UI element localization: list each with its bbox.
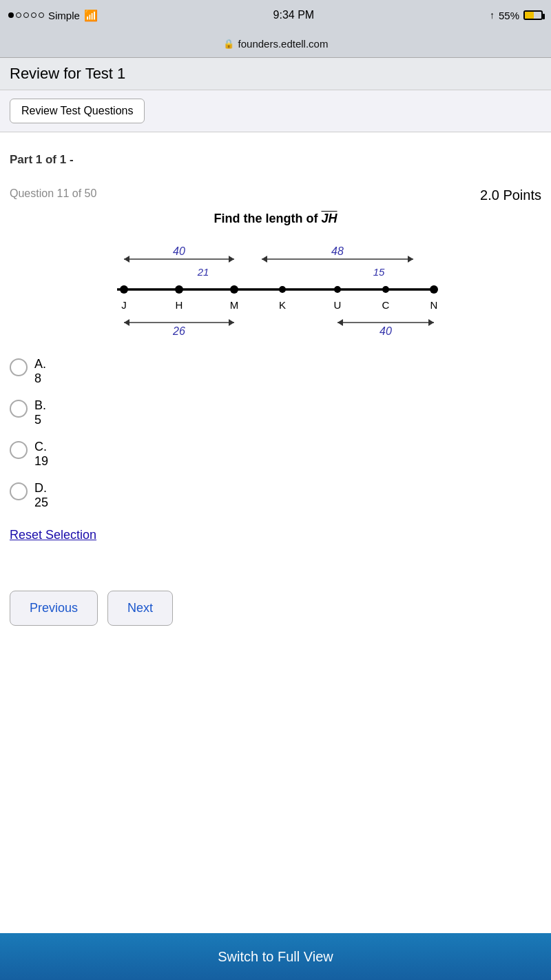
choice-c-label: C.	[34, 440, 48, 454]
question-text-prefix: Find the length of	[214, 212, 322, 225]
radio-b[interactable]	[10, 400, 28, 418]
choice-d-value: 25	[34, 496, 48, 510]
radio-d[interactable]	[10, 482, 28, 500]
time-display: 9:34 PM	[273, 9, 315, 21]
signal-dots	[8, 12, 44, 18]
label-K: K	[279, 299, 286, 311]
choice-d-label: D.	[34, 481, 48, 496]
lock-icon: 🔒	[223, 39, 234, 49]
toolbar: Review Test Questions	[0, 90, 551, 132]
wifi-icon: 📶	[84, 9, 98, 22]
choice-c-value: 19	[34, 454, 48, 469]
top-right-label: 48	[331, 245, 344, 257]
switch-to-full-view-bar[interactable]: Switch to Full View	[0, 933, 551, 980]
choice-b-label: B.	[34, 398, 46, 413]
label-J: J	[121, 299, 127, 311]
point-M	[230, 285, 238, 294]
review-test-questions-button[interactable]: Review Test Questions	[10, 99, 145, 123]
point-U	[334, 286, 341, 293]
svg-marker-4	[262, 256, 267, 263]
page-title: Review for Test 1	[10, 65, 541, 83]
url-bar: 🔒 founders.edtell.com	[0, 30, 551, 58]
svg-marker-2	[229, 256, 234, 263]
svg-marker-11	[337, 319, 343, 326]
bottom-spacer	[0, 640, 551, 686]
bottom-right-label: 40	[380, 325, 392, 336]
url-text: founders.edtell.com	[238, 38, 329, 50]
mid-label: 21	[197, 266, 209, 278]
carrier-label: Simple	[48, 10, 80, 21]
point-J	[120, 285, 128, 294]
question-text: Find the length of JH	[10, 212, 541, 226]
radio-c[interactable]	[10, 441, 28, 459]
previous-button[interactable]: Previous	[10, 591, 98, 626]
reset-selection-link[interactable]: Reset Selection	[10, 528, 96, 542]
choice-a[interactable]: A. 8	[10, 357, 541, 386]
choice-c-content: C. 19	[34, 440, 48, 469]
choice-a-content: A. 8	[34, 357, 46, 386]
battery-icon	[523, 10, 543, 20]
main-content: Part 1 of 1 - Question 11 of 50 2.0 Poin…	[0, 132, 551, 577]
label-N: N	[430, 299, 438, 311]
status-left: Simple 📶	[8, 9, 98, 22]
top-left-label: 40	[173, 245, 185, 257]
radio-a[interactable]	[10, 358, 28, 376]
navigation-area: Previous Next	[0, 577, 551, 640]
switch-to-full-view-label: Switch to Full View	[218, 949, 333, 965]
signal-dot-5	[39, 12, 44, 18]
choice-b-value: 5	[34, 413, 46, 427]
point-H	[175, 285, 183, 294]
choice-a-label: A.	[34, 357, 46, 371]
bottom-left-label: 26	[172, 325, 185, 336]
number-line-diagram: 40 48 21 15	[10, 240, 541, 336]
label-H: H	[176, 299, 183, 311]
status-right: ↑ 55%	[490, 10, 543, 21]
svg-marker-12	[428, 319, 434, 326]
right-label: 15	[373, 266, 385, 278]
point-N	[430, 285, 438, 294]
svg-marker-1	[124, 256, 129, 263]
question-meta: Question 11 of 50 2.0 Points	[10, 187, 541, 203]
choice-a-value: 8	[34, 371, 46, 386]
segment-label: JH	[321, 212, 337, 225]
signal-dot-4	[31, 12, 37, 18]
point-C	[382, 286, 389, 293]
number-line-svg: 40 48 21 15	[96, 240, 455, 336]
page-header: Review for Test 1	[0, 58, 551, 90]
status-bar: Simple 📶 9:34 PM ↑ 55%	[0, 0, 551, 30]
next-button[interactable]: Next	[107, 591, 173, 626]
label-U: U	[334, 299, 342, 311]
point-K	[279, 286, 286, 293]
battery-percent: 55%	[499, 10, 519, 21]
choices-container: A. 8 B. 5 C. 19 D. 25 Reset Sel	[10, 357, 541, 563]
label-C: C	[382, 299, 390, 311]
label-M: M	[230, 299, 239, 311]
choice-d[interactable]: D. 25	[10, 481, 541, 510]
signal-dot-1	[8, 12, 14, 18]
question-points: 2.0 Points	[480, 187, 541, 203]
part-label: Part 1 of 1 -	[10, 153, 541, 167]
signal-dot-3	[23, 12, 29, 18]
svg-marker-9	[229, 319, 234, 326]
battery-fill	[525, 12, 534, 19]
signal-dot-2	[16, 12, 21, 18]
choice-b-content: B. 5	[34, 398, 46, 427]
svg-marker-8	[124, 319, 129, 326]
choice-b[interactable]: B. 5	[10, 398, 541, 427]
location-icon: ↑	[490, 10, 495, 21]
svg-marker-5	[408, 256, 413, 263]
question-number: Question 11 of 50	[10, 187, 96, 200]
choice-d-content: D. 25	[34, 481, 48, 510]
choice-c[interactable]: C. 19	[10, 440, 541, 469]
